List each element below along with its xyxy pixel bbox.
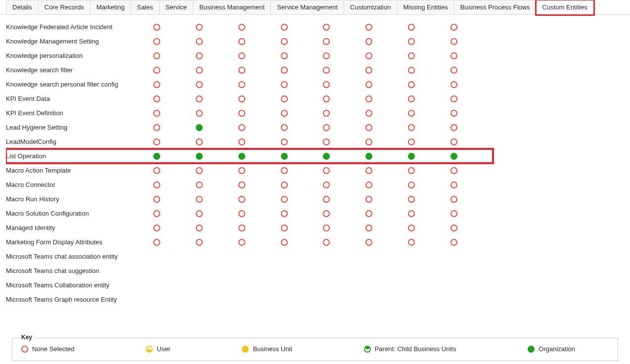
- privilege-toggle[interactable]: [408, 138, 415, 145]
- privilege-toggle[interactable]: [153, 167, 160, 174]
- privilege-toggle[interactable]: [153, 153, 160, 160]
- entity-name[interactable]: Macro Run History: [6, 192, 153, 206]
- privilege-toggle[interactable]: [238, 210, 245, 217]
- privilege-toggle[interactable]: [238, 24, 245, 31]
- privilege-toggle[interactable]: [281, 110, 288, 117]
- privilege-toggle[interactable]: [238, 95, 245, 102]
- privilege-toggle[interactable]: [365, 95, 372, 102]
- tab-service-management[interactable]: Service Management: [270, 0, 344, 15]
- privilege-toggle[interactable]: [153, 225, 160, 231]
- privilege-toggle[interactable]: [408, 239, 415, 246]
- privilege-toggle[interactable]: [281, 138, 288, 145]
- privilege-toggle[interactable]: [238, 196, 245, 203]
- privilege-toggle[interactable]: [450, 81, 457, 88]
- privilege-toggle[interactable]: [365, 210, 372, 217]
- entity-name[interactable]: Managed Identity: [6, 221, 153, 235]
- privilege-toggle[interactable]: [323, 196, 330, 203]
- privilege-toggle[interactable]: [153, 24, 160, 31]
- privilege-toggle[interactable]: [196, 167, 203, 174]
- privilege-toggle[interactable]: [281, 124, 288, 131]
- privilege-toggle[interactable]: [450, 52, 457, 59]
- privilege-toggle[interactable]: [153, 110, 160, 117]
- privilege-toggle[interactable]: [238, 38, 245, 45]
- privilege-toggle[interactable]: [323, 81, 330, 88]
- privilege-toggle[interactable]: [365, 225, 372, 231]
- privilege-toggle[interactable]: [153, 67, 160, 74]
- privilege-toggle[interactable]: [323, 138, 330, 145]
- entity-name[interactable]: Macro Action Template: [6, 163, 153, 178]
- privilege-toggle[interactable]: [196, 124, 203, 131]
- privilege-toggle[interactable]: [153, 52, 160, 59]
- privilege-toggle[interactable]: [450, 196, 457, 203]
- privilege-toggle[interactable]: [450, 239, 457, 246]
- privilege-toggle[interactable]: [281, 38, 288, 45]
- entity-name[interactable]: Microsoft Teams Collaboration entity: [6, 278, 153, 292]
- privilege-toggle[interactable]: [196, 196, 203, 203]
- privilege-toggle[interactable]: [196, 182, 203, 188]
- privilege-toggle[interactable]: [365, 67, 372, 74]
- privilege-toggle[interactable]: [450, 153, 457, 160]
- privilege-toggle[interactable]: [323, 225, 330, 231]
- privilege-toggle[interactable]: [365, 239, 372, 246]
- entity-name[interactable]: List Operation: [6, 149, 153, 163]
- privilege-toggle[interactable]: [196, 95, 203, 102]
- privilege-toggle[interactable]: [281, 81, 288, 88]
- privilege-toggle[interactable]: [450, 225, 457, 231]
- privilege-toggle[interactable]: [365, 110, 372, 117]
- privilege-toggle[interactable]: [153, 38, 160, 45]
- privilege-grid-scroll[interactable]: Knowledge Federated Article IncidentKnow…: [6, 15, 624, 308]
- privilege-toggle[interactable]: [365, 52, 372, 59]
- privilege-toggle[interactable]: [323, 124, 330, 131]
- privilege-toggle[interactable]: [323, 110, 330, 117]
- privilege-toggle[interactable]: [238, 239, 245, 246]
- tab-sales[interactable]: Sales: [131, 0, 160, 15]
- entity-name[interactable]: KPI Event Data: [6, 91, 153, 106]
- privilege-toggle[interactable]: [153, 95, 160, 102]
- privilege-toggle[interactable]: [196, 138, 203, 145]
- privilege-toggle[interactable]: [365, 182, 372, 188]
- entity-name[interactable]: Knowledge Federated Article Incident: [6, 20, 153, 34]
- privilege-toggle[interactable]: [450, 38, 457, 45]
- entity-name[interactable]: Marketing Form Display Attributes: [6, 235, 153, 249]
- privilege-toggle[interactable]: [365, 167, 372, 174]
- privilege-toggle[interactable]: [281, 167, 288, 174]
- privilege-toggle[interactable]: [450, 95, 457, 102]
- privilege-toggle[interactable]: [408, 52, 415, 59]
- privilege-toggle[interactable]: [153, 196, 160, 203]
- entity-name[interactable]: Migration tracker: [6, 307, 153, 308]
- privilege-toggle[interactable]: [323, 52, 330, 59]
- privilege-toggle[interactable]: [196, 24, 203, 31]
- tab-customization[interactable]: Customization: [344, 0, 397, 15]
- privilege-toggle[interactable]: [196, 110, 203, 117]
- privilege-toggle[interactable]: [196, 81, 203, 88]
- privilege-toggle[interactable]: [450, 167, 457, 174]
- privilege-toggle[interactable]: [365, 138, 372, 145]
- privilege-toggle[interactable]: [408, 167, 415, 174]
- privilege-toggle[interactable]: [238, 81, 245, 88]
- privilege-toggle[interactable]: [238, 182, 245, 188]
- entity-name[interactable]: Knowledge personalization: [6, 48, 153, 63]
- entity-name[interactable]: Microsoft Teams Graph resource Entity: [6, 292, 153, 307]
- privilege-toggle[interactable]: [323, 67, 330, 74]
- tab-service[interactable]: Service: [159, 0, 193, 15]
- privilege-toggle[interactable]: [323, 182, 330, 188]
- tab-details[interactable]: Details: [6, 0, 39, 15]
- privilege-toggle[interactable]: [450, 210, 457, 217]
- privilege-toggle[interactable]: [323, 38, 330, 45]
- privilege-toggle[interactable]: [450, 110, 457, 117]
- privilege-toggle[interactable]: [153, 210, 160, 217]
- privilege-toggle[interactable]: [196, 210, 203, 217]
- privilege-toggle[interactable]: [365, 124, 372, 131]
- privilege-toggle[interactable]: [450, 67, 457, 74]
- privilege-toggle[interactable]: [238, 124, 245, 131]
- tab-missing-entities[interactable]: Missing Entities: [397, 0, 454, 15]
- entity-name[interactable]: Knowledge Management Setting: [6, 34, 153, 48]
- privilege-toggle[interactable]: [408, 124, 415, 131]
- privilege-toggle[interactable]: [196, 153, 203, 160]
- privilege-toggle[interactable]: [281, 52, 288, 59]
- privilege-toggle[interactable]: [238, 153, 245, 160]
- tab-business-management[interactable]: Business Management: [193, 0, 271, 15]
- entity-name[interactable]: Microsoft Teams chat association entity: [6, 249, 153, 264]
- privilege-toggle[interactable]: [323, 153, 330, 160]
- privilege-toggle[interactable]: [238, 110, 245, 117]
